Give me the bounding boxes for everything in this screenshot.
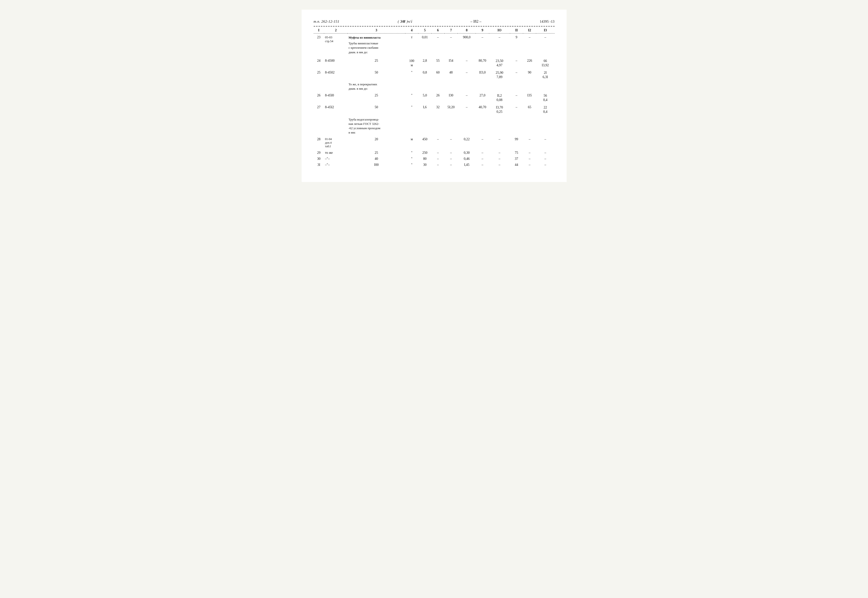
row-desc: 40 [347, 155, 405, 161]
row-unit: " [405, 68, 418, 80]
row-c10: – [489, 149, 510, 155]
row-code: 01-04 доп.4 таб.I [324, 137, 347, 149]
header-center-prefix: ( ЭИ )ч/і̇ [398, 19, 412, 24]
row-num: 28 [314, 137, 324, 149]
col-header-9: 9 [476, 27, 489, 33]
row-c7: – [444, 33, 458, 55]
table-row-note: Труба водогазопровод-ная легкая ГОСТ 326… [314, 115, 555, 137]
col-header-12: I2 [523, 27, 536, 33]
row-c8: – [458, 55, 476, 68]
row-c9: – [476, 33, 489, 55]
row-code: то же [324, 149, 347, 155]
row-desc: 25 [347, 55, 405, 68]
table-row: 28 01-04 доп.4 таб.I 20 м 450 – – 0,22 –… [314, 137, 555, 149]
row-c7: – [444, 149, 458, 155]
row-c7: – [444, 155, 458, 161]
row-note: То же, в перекрытияхдиам. в мм до: [347, 80, 405, 93]
row-c11: – [510, 103, 523, 115]
row-c5: 0,8 [418, 68, 431, 80]
row-c11: 99 [510, 137, 523, 149]
row-num: 26 [314, 93, 324, 103]
col-header-3: 3 [347, 27, 405, 33]
row-c10: 25,907,89 [489, 68, 510, 80]
row-c8: 0,46 [458, 155, 476, 161]
col-header-8: 8 [458, 27, 476, 33]
row-c12: – [523, 137, 536, 149]
row-code: 8-45I0 [324, 93, 347, 103]
row-c8: – [458, 103, 476, 115]
row-c7: 48 [444, 68, 458, 80]
row-desc: 25 [347, 93, 405, 103]
row-c10: 23,504,97 [489, 55, 510, 68]
row-c6: – [431, 155, 444, 161]
row-c13: 560,4 [536, 93, 554, 103]
row-c8: 0,30 [458, 149, 476, 155]
row-c10: – [489, 155, 510, 161]
row-desc: Муфты из винипласта Трубы винипластовыес… [347, 33, 405, 55]
row-c7: 5I;20 [444, 103, 458, 115]
row-c6: 32 [431, 103, 444, 115]
row-c10: I3,700,25 [489, 103, 510, 115]
row-c5: 30 [418, 161, 431, 167]
table-row: 24 8-4500 25 100м 2,8 55 I54 – 80,70 23,… [314, 55, 555, 68]
column-headers: I 2 3 4 5 6 7 8 9 IO II I2 I3 [314, 27, 555, 33]
row-c6: – [431, 149, 444, 155]
row-num: 25 [314, 68, 324, 80]
row-note-2: Труба водогазопровод-ная легкая ГОСТ 326… [347, 115, 405, 137]
row-c13: – [536, 149, 554, 155]
row-c11: – [510, 93, 523, 103]
row-desc: I00 [347, 161, 405, 167]
row-c9: – [476, 161, 489, 167]
row-c13: 220,4 [536, 103, 554, 115]
row-num: 27 [314, 103, 324, 115]
row-c5: 5,0 [418, 93, 431, 103]
col-header-13: I3 [536, 27, 554, 33]
table-row: 3I –"– I00 " 30 – – I,45 – – 44 – – [314, 161, 555, 167]
row-c5: 80 [418, 155, 431, 161]
row-c13: – [536, 161, 554, 167]
col-header-11: II [510, 27, 523, 33]
row-c10: – [489, 33, 510, 55]
row-unit: 100м [405, 55, 418, 68]
row-c9: 27,0 [476, 93, 489, 103]
col-header-6: 6 [431, 27, 444, 33]
row-unit: т [405, 33, 418, 55]
row-unit: " [405, 93, 418, 103]
row-c11: 9 [510, 33, 523, 55]
main-table: I 2 3 4 5 6 7 8 9 IO II I2 I3 23 05-03 с… [314, 27, 555, 167]
row-c12: I35 [523, 93, 536, 103]
row-c13: – [536, 33, 554, 55]
row-c8: – [458, 68, 476, 80]
page: т.п. 262-12-151 ( ЭИ )ч/і̇ – I82 – 14395… [301, 10, 567, 182]
row-code: –"– [324, 161, 347, 167]
row-c7: – [444, 137, 458, 149]
row-num: 29 [314, 149, 324, 155]
header: т.п. 262-12-151 ( ЭИ )ч/і̇ – I82 – 14395… [314, 19, 555, 24]
row-code: 05-03 стр.54 [324, 33, 347, 55]
row-c6: 26 [431, 93, 444, 103]
row-c9: II3,0 [476, 68, 489, 80]
row-c6: – [431, 33, 444, 55]
header-center-suffix: – I82 – [470, 19, 481, 24]
row-c5: 0,01 [418, 33, 431, 55]
row-c9: – [476, 137, 489, 149]
row-unit: " [405, 155, 418, 161]
row-c11: 75 [510, 149, 523, 155]
row-c10: II,20,08 [489, 93, 510, 103]
row-c7: I30 [444, 93, 458, 103]
table-row: 23 05-03 стр.54 Муфты из винипласта Труб… [314, 33, 555, 55]
row-c13: – [536, 155, 554, 161]
row-c5: 250 [418, 149, 431, 155]
top-divider [314, 26, 555, 27]
col-header-1: I [314, 27, 324, 33]
row-c6: 60 [431, 68, 444, 80]
row-c9: 40,70 [476, 103, 489, 115]
row-c5: I,6 [418, 103, 431, 115]
row-c7: I54 [444, 55, 458, 68]
row-c7: – [444, 161, 458, 167]
row-c12: – [523, 33, 536, 55]
row-c8: – [458, 93, 476, 103]
col-header-5: 5 [418, 27, 431, 33]
row-c9: – [476, 149, 489, 155]
row-c12: 226 [523, 55, 536, 68]
